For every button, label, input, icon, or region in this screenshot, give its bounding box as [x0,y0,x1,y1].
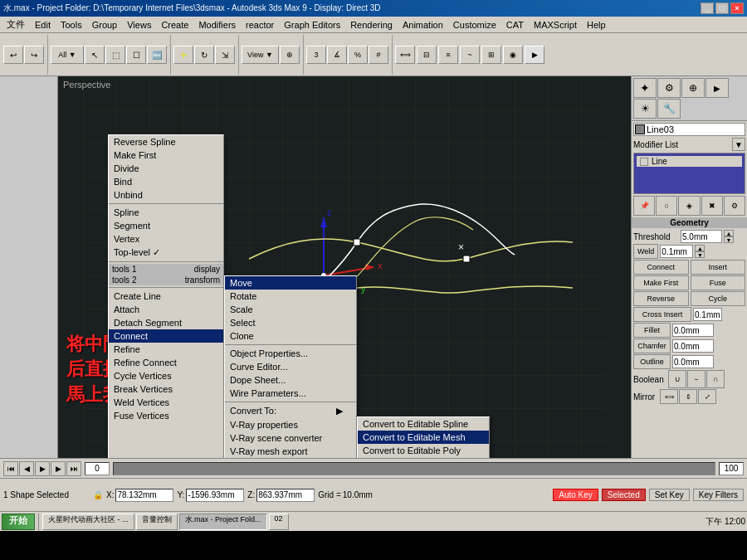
ctx-bind[interactable]: Bind [109,175,223,188]
rotate-button[interactable]: ↻ [194,46,214,64]
window-crossing-button[interactable]: ☐ [126,46,146,64]
set-key-button[interactable]: Set Key [649,489,690,501]
select-by-name-button[interactable]: 🔤 [147,46,167,64]
outline-input[interactable] [672,355,714,368]
render-button[interactable]: ▶ [525,46,544,64]
menu-reactor[interactable]: reactor [241,18,279,32]
menu-rendering[interactable]: Rendering [345,18,398,32]
ctx-convert-mesh[interactable]: Convert to Editable Mesh [358,431,489,444]
select-region-button[interactable]: ⬚ [105,46,125,64]
object-color-swatch[interactable] [635,124,645,134]
taskbar-item-3[interactable]: 02 [269,514,289,530]
ctx-move[interactable]: Move [225,276,356,290]
close-button[interactable]: × [730,2,744,14]
fillet-button[interactable]: Fillet [633,323,671,338]
mirror-v-button[interactable]: ⇕ [679,389,697,404]
ctx-rotate[interactable]: Rotate [225,290,356,303]
align-button[interactable]: ⊟ [417,46,437,64]
modifier-visibility-toggle[interactable] [640,158,648,166]
modifier-list-dropdown[interactable]: ▼ [732,138,745,151]
menu-modifiers[interactable]: Modifiers [193,18,241,32]
ctx-weld-vertices[interactable]: Weld Vertices [109,396,223,409]
mirror-d-button[interactable]: ⤢ [698,389,716,404]
insert-button[interactable]: Insert [691,260,746,275]
panel-utility-icon[interactable]: 🔧 [657,99,681,119]
ctx-wire-parameters[interactable]: Wire Parameters... [225,387,356,400]
menu-views[interactable]: Views [122,18,156,32]
ctx-attach[interactable]: Attach [109,303,223,316]
ctx-detach-segment[interactable]: Detach Segment [109,316,223,329]
menu-edit[interactable]: Edit [30,18,56,32]
menu-create[interactable]: Create [156,18,193,32]
schematic-view-button[interactable]: ⊞ [481,46,501,64]
cross-insert-button[interactable]: Cross Insert [633,307,691,322]
minimize-button[interactable]: _ [701,2,714,14]
ctx-vray-scene[interactable]: V-Ray scene converter [225,431,356,445]
menu-file[interactable]: 文件 [2,17,30,32]
ctx-fuse-vertices[interactable]: Fuse Vertices [109,409,223,422]
curve-editor-button[interactable]: ~ [460,46,480,64]
play-button[interactable]: ▶ [35,461,50,476]
weld-up[interactable]: ▲ [695,245,705,251]
ctx-convert-to[interactable]: Convert To: ▶ [225,404,356,418]
boolean-union[interactable]: ∪ [668,370,686,388]
show-result-button[interactable]: ○ [656,196,677,216]
cross-insert-input[interactable] [693,308,722,321]
ctx-convert-patch[interactable]: Convert to Editable Patch [358,457,489,458]
ctx-cycle-vertices[interactable]: Cycle Vertices [109,369,223,382]
ctx-break-vertices[interactable]: Break Vertices [109,382,223,396]
configure-modifier-button[interactable]: ⚙ [724,196,745,216]
key-filters-button[interactable]: Key Filters [693,489,744,501]
panel-create-icon[interactable]: ✦ [633,78,657,98]
outline-button[interactable]: Outline [633,354,671,369]
taskbar-item-2[interactable]: 水.max - Project Fold... [179,514,267,530]
auto-key-button[interactable]: Auto Key [553,489,598,501]
taskbar-item-0[interactable]: 火星时代动画大社区 - ... [42,514,134,530]
go-end-button[interactable]: ⏭ [66,461,81,476]
ctx-object-properties[interactable]: Object Properties... [225,347,356,360]
percent-snap-toggle[interactable]: % [348,46,368,64]
fuse-button[interactable]: Fuse [691,275,746,290]
ctx-convert-poly[interactable]: Convert to Editable Poly [358,444,489,457]
ctx-clone[interactable]: Clone [225,329,356,343]
snap-toggle[interactable]: 3 [306,46,326,64]
ctx-unbind[interactable]: Unbind [109,188,223,202]
ctx-refine[interactable]: Refine [109,343,223,356]
panel-hierarchy-icon[interactable]: ⊕ [681,78,705,98]
boolean-sub[interactable]: − [687,370,706,388]
pivot-button[interactable]: ⊕ [280,46,300,64]
ctx-convert-spline[interactable]: Convert to Editable Spline [358,417,489,431]
select-button[interactable]: ↖ [85,46,105,64]
redo-button[interactable]: ↪ [24,46,44,64]
ctx-connect[interactable]: Connect [109,329,223,343]
layer-manager-button[interactable]: ≡ [438,46,458,64]
go-start-button[interactable]: ⏮ [3,461,18,476]
panel-modify-icon[interactable]: ⚙ [657,78,681,98]
ctx-spline[interactable]: Spline [109,206,223,219]
angle-snap-toggle[interactable]: ∡ [327,46,347,64]
ctx-select[interactable]: Select [225,316,356,329]
ctx-refine-connect[interactable]: Refine Connect [109,356,223,369]
ctx-vray-mesh[interactable]: V-Ray mesh export [225,445,356,458]
select-filter-dropdown[interactable]: All ▼ [51,46,84,64]
z-value[interactable]: 863.937mm [256,489,315,502]
maximize-button[interactable]: □ [715,2,729,14]
chamfer-input[interactable] [672,339,714,353]
menu-customize[interactable]: Customize [448,18,501,32]
mirror-button[interactable]: ⟺ [395,46,415,64]
next-frame-button[interactable]: ▶ [51,461,66,476]
panel-display-icon[interactable]: ☀ [633,99,657,119]
scale-button[interactable]: ⇲ [215,46,235,64]
ctx-dope-sheet[interactable]: Dope Sheet... [225,373,356,387]
threshold-input[interactable] [681,230,722,243]
ctx-vertex[interactable]: Vertex [109,232,223,246]
ctx-reverse-spline[interactable]: Reverse Spline [109,135,223,149]
viewport[interactable]: Perspective x y z [58,76,631,458]
fillet-input[interactable] [672,324,714,337]
menu-group[interactable]: Group [87,18,123,32]
mirror-h-button[interactable]: ⟺ [660,389,678,404]
connect-button[interactable]: Connect [633,260,689,275]
spinner-snap-toggle[interactable]: # [369,46,388,64]
x-value[interactable]: 78.132mm [115,489,173,502]
reverse-button[interactable]: Reverse [633,291,689,306]
